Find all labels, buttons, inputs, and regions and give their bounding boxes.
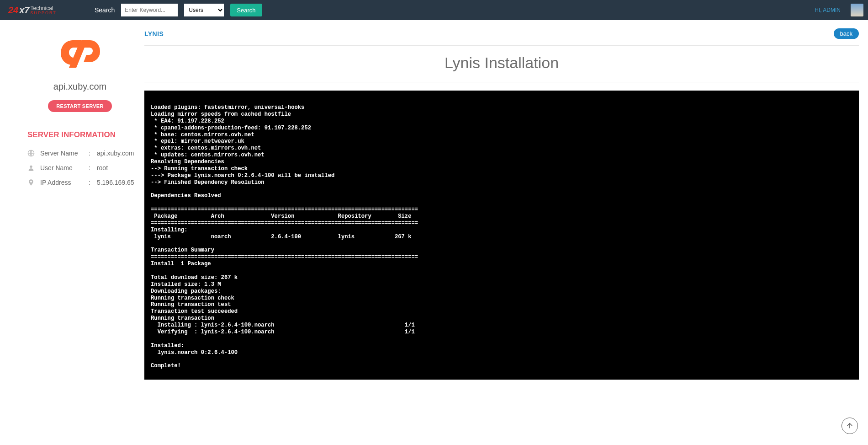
map-pin-icon <box>27 179 35 186</box>
brand-part1: 24 <box>8 5 18 16</box>
topbar: 24 x7 Technical SUPPORT Search Users Sea… <box>0 0 868 20</box>
info-row-ip-address: IP Address : 5.196.169.65 <box>27 179 132 186</box>
page-title: Lynis Installation <box>144 54 859 72</box>
back-button[interactable]: back <box>834 28 859 39</box>
server-info-heading: SERVER INFORMATION <box>27 130 132 139</box>
search-type-select[interactable]: Users <box>184 4 224 16</box>
info-sep: : <box>89 179 90 186</box>
scroll-to-top-button[interactable] <box>842 418 858 434</box>
search-button[interactable]: Search <box>230 4 262 16</box>
brand-logo[interactable]: 24 x7 Technical SUPPORT <box>8 5 88 16</box>
arrow-up-icon <box>846 422 854 430</box>
restart-server-button[interactable]: RESTART SERVER <box>48 100 111 112</box>
info-row-user-name: User Name : root <box>27 164 132 172</box>
brand-tech: Technical SUPPORT <box>31 5 57 15</box>
server-host: api.xuby.com <box>27 81 132 92</box>
info-row-server-name: Server Name : api.xuby.com <box>27 150 132 157</box>
breadcrumb-row: LYNIS back <box>144 25 859 46</box>
info-value: root <box>97 164 108 172</box>
breadcrumb[interactable]: LYNIS <box>144 30 164 38</box>
user-icon <box>27 164 35 172</box>
svg-point-1 <box>30 166 32 168</box>
info-sep: : <box>89 150 90 157</box>
info-value: api.xuby.com <box>97 150 134 157</box>
terminal-output: Loaded plugins: fastestmirror, universal… <box>144 91 859 380</box>
info-sep: : <box>89 164 90 172</box>
divider <box>144 82 859 82</box>
globe-icon <box>27 150 35 157</box>
info-label: IP Address <box>40 179 82 186</box>
avatar[interactable] <box>851 4 863 16</box>
brand-part2: x7 <box>19 5 29 16</box>
cpanel-icon <box>57 36 103 68</box>
page-body: api.xuby.com RESTART SERVER SERVER INFOR… <box>9 20 859 445</box>
brand-sub-text: SUPPORT <box>31 11 57 15</box>
sidebar: api.xuby.com RESTART SERVER SERVER INFOR… <box>9 20 144 445</box>
info-label: Server Name <box>40 150 82 157</box>
main-content: LYNIS back Lynis Installation Loaded plu… <box>144 20 859 445</box>
search-label: Search <box>95 6 115 14</box>
info-label: User Name <box>40 164 82 172</box>
cpanel-logo <box>27 36 132 70</box>
info-value: 5.196.169.65 <box>97 179 134 186</box>
search-input[interactable] <box>121 4 178 16</box>
greeting-link[interactable]: HI, ADMIN <box>815 7 841 13</box>
